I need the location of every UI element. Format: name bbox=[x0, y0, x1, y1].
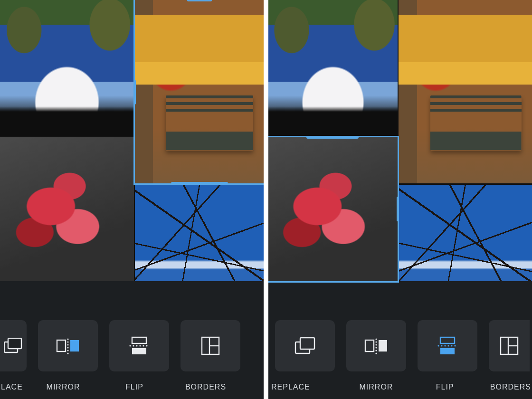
selection-handle-left[interactable] bbox=[133, 80, 136, 104]
selection-handle-top[interactable] bbox=[306, 136, 359, 139]
svg-point-25 bbox=[375, 338, 377, 340]
collage-tile-top-left[interactable] bbox=[268, 0, 398, 136]
replace-button[interactable] bbox=[275, 320, 335, 371]
svg-point-5 bbox=[67, 341, 68, 342]
editor-pane-left: LACE MIRROR FLIP BORDERS bbox=[0, 0, 264, 399]
editor-pane-right: REPLACE MIRROR FLIP BORDERS bbox=[268, 0, 532, 399]
svg-point-7 bbox=[67, 347, 68, 348]
toolbar: REPLACE MIRROR FLIP BORDERS bbox=[268, 281, 532, 399]
svg-point-26 bbox=[375, 341, 377, 342]
mirror-button[interactable] bbox=[38, 320, 98, 371]
svg-rect-3 bbox=[70, 340, 79, 352]
collage-tile-bottom-right[interactable] bbox=[399, 185, 532, 281]
svg-point-34 bbox=[441, 345, 442, 346]
svg-rect-2 bbox=[57, 340, 66, 352]
collage-tile-bottom-left[interactable] bbox=[0, 137, 134, 281]
collage-canvas[interactable] bbox=[268, 0, 532, 281]
flip-icon bbox=[127, 336, 151, 355]
mirror-label: MIRROR bbox=[342, 383, 411, 391]
svg-rect-31 bbox=[440, 337, 455, 343]
svg-point-15 bbox=[139, 345, 141, 346]
svg-rect-10 bbox=[132, 337, 146, 343]
collage-canvas[interactable] bbox=[0, 0, 264, 281]
selection-handle-top[interactable] bbox=[187, 0, 212, 1]
svg-point-4 bbox=[67, 338, 68, 340]
svg-point-35 bbox=[444, 345, 446, 346]
replace-label: LACE bbox=[0, 383, 28, 391]
svg-point-9 bbox=[67, 352, 68, 354]
svg-rect-11 bbox=[132, 348, 146, 354]
borders-icon bbox=[500, 336, 519, 355]
borders-label: BORDERS bbox=[170, 383, 241, 391]
borders-icon bbox=[201, 336, 220, 355]
mirror-label: MIRROR bbox=[28, 383, 99, 391]
borders-label: BORDERS bbox=[479, 383, 532, 391]
flip-button[interactable] bbox=[109, 320, 169, 371]
svg-point-27 bbox=[375, 344, 377, 345]
svg-point-16 bbox=[142, 345, 144, 346]
svg-point-38 bbox=[454, 345, 456, 346]
flip-button[interactable] bbox=[418, 320, 477, 371]
flip-label: FLIP bbox=[410, 383, 479, 391]
replace-label: REPLACE bbox=[268, 383, 342, 391]
svg-point-28 bbox=[375, 347, 377, 348]
collage-tile-bottom-left[interactable] bbox=[268, 137, 398, 281]
svg-rect-32 bbox=[440, 348, 455, 354]
svg-point-13 bbox=[133, 345, 134, 346]
collage-tile-top-right[interactable] bbox=[399, 0, 532, 183]
svg-point-8 bbox=[67, 350, 68, 351]
mirror-icon bbox=[55, 336, 81, 355]
mirror-icon bbox=[363, 336, 389, 355]
svg-point-33 bbox=[437, 345, 439, 346]
collage-tile-bottom-right[interactable] bbox=[135, 185, 264, 281]
svg-point-17 bbox=[146, 345, 147, 346]
svg-point-37 bbox=[451, 345, 452, 346]
svg-point-12 bbox=[129, 345, 131, 346]
selection-handle-bottom[interactable] bbox=[171, 182, 228, 185]
collage-tile-top-left[interactable] bbox=[0, 0, 134, 136]
replace-icon bbox=[4, 338, 23, 354]
flip-icon bbox=[436, 336, 459, 355]
svg-point-6 bbox=[67, 344, 68, 345]
selection-handle-right[interactable] bbox=[397, 197, 399, 221]
toolbar: LACE MIRROR FLIP BORDERS bbox=[0, 281, 264, 399]
svg-point-29 bbox=[375, 350, 377, 351]
svg-rect-24 bbox=[379, 340, 387, 352]
replace-button[interactable] bbox=[0, 320, 27, 371]
mirror-button[interactable] bbox=[346, 320, 406, 371]
replace-icon bbox=[294, 337, 315, 355]
svg-rect-23 bbox=[365, 340, 374, 352]
svg-rect-1 bbox=[8, 338, 21, 349]
svg-rect-22 bbox=[300, 338, 314, 349]
flip-label: FLIP bbox=[99, 383, 170, 391]
collage-tile-top-right[interactable] bbox=[135, 0, 264, 183]
borders-button[interactable] bbox=[489, 320, 530, 371]
svg-point-36 bbox=[447, 345, 449, 346]
svg-point-30 bbox=[375, 352, 377, 354]
svg-point-14 bbox=[136, 345, 137, 346]
borders-button[interactable] bbox=[180, 320, 240, 371]
